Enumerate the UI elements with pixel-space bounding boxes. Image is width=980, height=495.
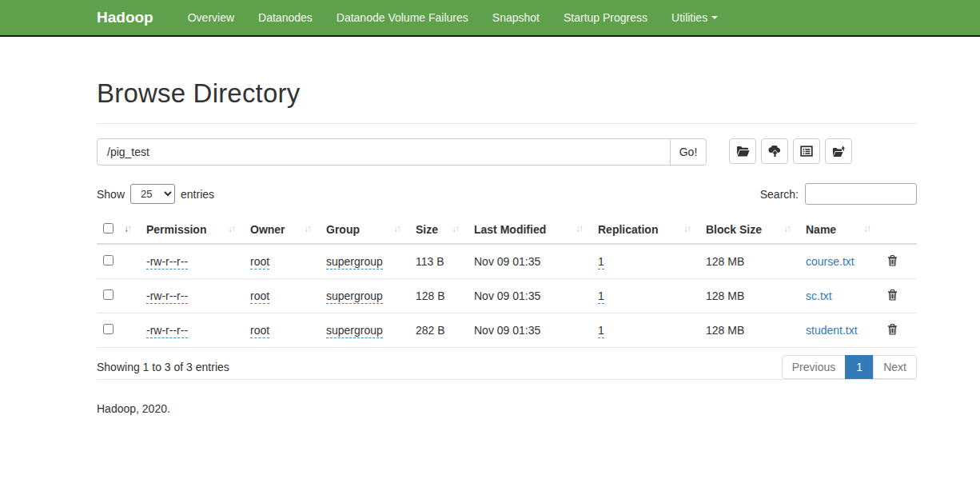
sort-icon: ↓↑	[683, 223, 693, 234]
owner-editable[interactable]: root	[250, 324, 269, 338]
replication-editable[interactable]: 1	[598, 324, 604, 338]
file-name-link[interactable]: student.txt	[806, 324, 858, 337]
permission-editable[interactable]: -rw-r--r--	[146, 255, 188, 269]
search-label: Search:	[760, 188, 799, 201]
show-label: Show	[97, 188, 125, 201]
entries-summary: Showing 1 to 3 of 3 entries	[97, 361, 229, 373]
nav-item-startup-progress[interactable]: Startup Progress	[552, 0, 659, 36]
column-header-owner[interactable]: Owner ↓↑	[244, 216, 320, 244]
group-editable[interactable]: supergroup	[326, 289, 383, 304]
row-checkbox[interactable]	[103, 324, 114, 334]
upload-files-button[interactable]	[761, 138, 788, 164]
footer-text: Hadoop, 2020.	[97, 402, 917, 415]
size-cell: 128 B	[409, 279, 468, 313]
table-footer: Showing 1 to 3 of 3 entries Previous 1 N…	[97, 355, 917, 379]
nav-item-datanode-volume-failures[interactable]: Datanode Volume Failures	[325, 0, 480, 36]
brand-hadoop[interactable]: Hadoop	[97, 9, 153, 26]
column-header-permission[interactable]: Permission ↓↑	[140, 216, 244, 244]
table-controls: Show 25 entries Search:	[97, 183, 917, 205]
column-header-name[interactable]: Name ↓↑	[799, 216, 879, 244]
select-all-checkbox[interactable]	[103, 223, 114, 234]
path-form: Go!	[97, 138, 917, 166]
owner-editable[interactable]: root	[250, 289, 269, 304]
delete-file-button[interactable]	[886, 287, 899, 305]
block-size-cell: 128 MB	[699, 313, 799, 348]
table-header-row: ↓↑ Permission ↓↑ Owner ↓↑ Group ↓↑ Size …	[97, 216, 917, 244]
delete-file-button[interactable]	[886, 321, 899, 339]
block-size-cell: 128 MB	[699, 279, 799, 313]
select-all-header[interactable]: ↓↑	[97, 216, 140, 244]
column-header-group[interactable]: Group ↓↑	[320, 216, 409, 244]
table-row: -rw-r--r-- root supergroup 113 B Nov 09 …	[97, 244, 917, 279]
file-list-button[interactable]	[793, 138, 820, 164]
delete-file-button[interactable]	[886, 253, 899, 270]
create-directory-button[interactable]	[729, 138, 756, 164]
sort-icon: ↓↑	[863, 223, 873, 234]
sort-icon: ↓↑	[783, 223, 793, 234]
go-button[interactable]: Go!	[670, 138, 707, 166]
column-header-replication[interactable]: Replication ↓↑	[592, 216, 699, 244]
directory-path-input[interactable]	[97, 138, 671, 166]
move-folder-button[interactable]	[825, 138, 852, 164]
pagination-previous[interactable]: Previous	[782, 355, 846, 379]
nav-item-utilities-dropdown[interactable]: Utilities	[659, 0, 730, 36]
owner-editable[interactable]: root	[250, 255, 269, 269]
trash-icon	[887, 257, 898, 269]
explorer-toolbar	[729, 138, 852, 164]
permission-editable[interactable]: -rw-r--r--	[146, 289, 188, 304]
sort-icon: ↓↑	[452, 223, 461, 234]
row-checkbox[interactable]	[103, 255, 114, 265]
folder-move-icon	[832, 146, 846, 158]
search-input[interactable]	[805, 183, 917, 205]
footer-divider	[97, 379, 917, 380]
replication-editable[interactable]: 1	[598, 255, 604, 269]
sort-icon: ↓↑	[124, 223, 133, 234]
row-checkbox[interactable]	[103, 289, 114, 300]
replication-editable[interactable]: 1	[598, 289, 604, 304]
nav-item-datanodes[interactable]: Datanodes	[246, 0, 325, 36]
folder-open-icon	[736, 146, 750, 157]
path-input-group: Go!	[97, 138, 707, 166]
list-alt-icon	[800, 146, 813, 157]
chevron-down-icon	[711, 16, 718, 19]
size-cell: 282 B	[409, 313, 468, 348]
last-modified-cell: Nov 09 01:35	[468, 313, 592, 348]
sort-icon: ↓↑	[228, 223, 237, 234]
column-header-last-modified[interactable]: Last Modified ↓↑	[468, 216, 592, 244]
table-search-control: Search:	[760, 183, 917, 205]
main-content: Browse Directory Go!	[97, 78, 917, 415]
pagination: Previous 1 Next	[782, 355, 917, 379]
sort-icon: ↓↑	[576, 223, 585, 234]
page-length-control: Show 25 entries	[97, 184, 214, 204]
title-divider	[97, 123, 917, 124]
column-header-block-size[interactable]: Block Size ↓↑	[699, 216, 799, 244]
last-modified-cell: Nov 09 01:35	[468, 279, 592, 313]
group-editable[interactable]: supergroup	[326, 255, 383, 269]
group-editable[interactable]: supergroup	[326, 324, 383, 338]
column-header-actions	[879, 216, 917, 244]
column-header-size[interactable]: Size ↓↑	[409, 216, 468, 244]
file-name-link[interactable]: sc.txt	[806, 289, 832, 302]
table-row: -rw-r--r-- root supergroup 282 B Nov 09 …	[97, 313, 917, 348]
cloud-upload-icon	[768, 146, 782, 158]
pagination-page-1[interactable]: 1	[845, 355, 874, 379]
permission-editable[interactable]: -rw-r--r--	[146, 324, 188, 338]
table-row: -rw-r--r-- root supergroup 128 B Nov 09 …	[97, 279, 917, 313]
file-name-link[interactable]: course.txt	[806, 255, 855, 268]
trash-icon	[887, 325, 898, 337]
nav-item-overview[interactable]: Overview	[176, 0, 246, 36]
nav-item-snapshot[interactable]: Snapshot	[480, 0, 552, 36]
trash-icon	[887, 291, 898, 303]
top-navbar: Hadoop Overview Datanodes Datanode Volum…	[0, 0, 980, 37]
pagination-next[interactable]: Next	[873, 355, 917, 379]
page-size-select[interactable]: 25	[130, 184, 175, 204]
size-cell: 113 B	[409, 244, 468, 279]
page-title: Browse Directory	[97, 78, 917, 109]
sort-icon: ↓↑	[304, 223, 313, 234]
directory-listing-table: ↓↑ Permission ↓↑ Owner ↓↑ Group ↓↑ Size …	[97, 216, 917, 348]
nav-item-utilities-label: Utilities	[671, 11, 707, 24]
last-modified-cell: Nov 09 01:35	[468, 244, 592, 279]
block-size-cell: 128 MB	[699, 244, 799, 279]
sort-icon: ↓↑	[393, 223, 403, 234]
entries-label: entries	[181, 188, 214, 201]
